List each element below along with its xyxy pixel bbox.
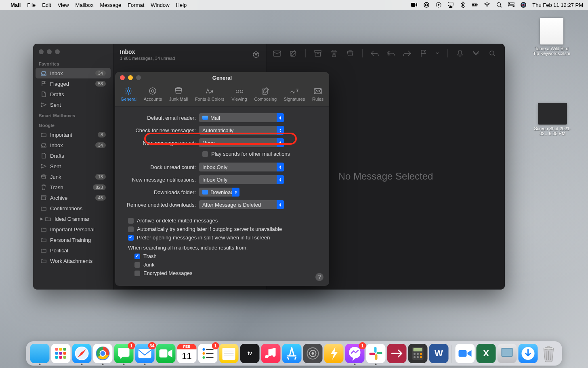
play-other-checkbox-row[interactable]: Play sounds for other mail actions xyxy=(202,151,322,157)
dock-safari[interactable] xyxy=(72,344,92,363)
bluetooth-icon[interactable] xyxy=(460,2,466,8)
chevron-right-icon[interactable]: ▶ xyxy=(40,217,43,221)
trash-checkbox[interactable] xyxy=(134,254,140,259)
junk-checkbox-row[interactable]: Junk xyxy=(134,262,322,268)
help-button[interactable]: ? xyxy=(315,273,323,281)
siri-icon[interactable] xyxy=(520,2,527,8)
airplay-icon[interactable] xyxy=(447,2,454,8)
sidebar-item-sent[interactable]: Sent xyxy=(36,99,111,110)
prefs-tab-rules[interactable]: Rules xyxy=(310,85,326,103)
wifi-icon[interactable] xyxy=(484,2,490,8)
sidebar-item-google-drafts[interactable]: Drafts xyxy=(36,150,111,161)
desktop-file-screenshot[interactable]: Screen Shot 2021-02…6.35 PM xyxy=(532,103,573,136)
battery-icon[interactable] xyxy=(472,2,478,8)
dock-trash[interactable] xyxy=(540,344,558,363)
encrypted-checkbox[interactable] xyxy=(134,271,140,276)
chevron-down-icon[interactable] xyxy=(435,49,439,57)
sidebar-item-important-personal[interactable]: Important Personal xyxy=(36,224,111,235)
archive-muted-checkbox[interactable] xyxy=(128,218,134,224)
reply-all-icon[interactable] xyxy=(387,49,395,57)
downloads-select[interactable]: Downloads▲▼ xyxy=(199,188,239,197)
sidebar-item-google-sent[interactable]: Sent xyxy=(36,161,111,171)
flag-icon[interactable] xyxy=(419,49,427,57)
notifications-select[interactable]: Inbox Only▲▼ xyxy=(199,175,284,184)
menubar-clock[interactable]: Thu Feb 11 12:27 PM xyxy=(532,2,583,8)
prefs-tab-junk[interactable]: Junk Mail xyxy=(167,85,190,103)
play-other-checkbox[interactable] xyxy=(202,151,208,157)
menu-format[interactable]: Format xyxy=(128,2,144,8)
sidebar-item-political[interactable]: Political xyxy=(36,245,111,256)
menu-edit[interactable]: Edit xyxy=(42,2,51,8)
minimize-button[interactable] xyxy=(128,75,133,80)
prefs-tab-general[interactable]: General xyxy=(118,85,139,103)
prefs-tab-fonts[interactable]: Fonts & Colors xyxy=(193,85,227,103)
sidebar-item-important[interactable]: Important 8 xyxy=(36,129,111,140)
sidebar-item-archive[interactable]: Archive 45 xyxy=(36,192,111,203)
sidebar-item-inbox[interactable]: Inbox 34 xyxy=(36,68,111,78)
creative-cloud-icon[interactable] xyxy=(423,2,430,8)
dock-appstore[interactable] xyxy=(282,344,302,363)
dock-unread-select[interactable]: Inbox Only▲▼ xyxy=(199,163,284,171)
sidebar-item-flagged[interactable]: Flagged 58 xyxy=(36,78,111,89)
auto-retry-checkbox-row[interactable]: Automatically try sending later if outgo… xyxy=(128,226,322,232)
auto-retry-checkbox[interactable] xyxy=(128,226,134,232)
dock-excel[interactable]: X xyxy=(477,344,496,363)
filter-icon[interactable] xyxy=(252,51,260,58)
sidebar-item-work-attachments[interactable]: Work Attachments xyxy=(36,256,111,266)
default-reader-select[interactable]: Mail▲▼ xyxy=(199,113,284,122)
dock-messenger[interactable]: 1 xyxy=(345,344,365,363)
junk-icon[interactable] xyxy=(346,49,354,57)
dock-launchpad[interactable] xyxy=(51,344,71,363)
dock-zoom[interactable] xyxy=(456,344,475,363)
more-icon[interactable] xyxy=(472,49,480,57)
play-icon[interactable] xyxy=(435,2,442,8)
prefs-tab-composing[interactable]: Composing xyxy=(252,85,279,103)
new-sound-select[interactable]: None▲▼ xyxy=(199,138,284,147)
sidebar-item-personal-training[interactable]: Personal Training xyxy=(36,235,111,245)
menu-view[interactable]: View xyxy=(58,2,69,8)
menu-file[interactable]: File xyxy=(27,2,36,8)
prefs-tab-viewing[interactable]: Viewing xyxy=(229,85,249,103)
dock-word[interactable]: W xyxy=(429,344,449,363)
archive-icon[interactable] xyxy=(314,49,322,57)
junk-checkbox[interactable] xyxy=(134,262,140,268)
close-button[interactable] xyxy=(120,75,125,80)
menu-help[interactable]: Help xyxy=(176,2,187,8)
trash-icon[interactable] xyxy=(330,49,338,57)
sidebar-item-confirmations[interactable]: Confirmations xyxy=(36,203,111,214)
dock-appletv[interactable]: tv xyxy=(240,344,260,363)
app-name[interactable]: Mail xyxy=(10,2,21,8)
zoom-button[interactable] xyxy=(136,75,141,80)
envelope-icon[interactable] xyxy=(273,49,281,57)
menu-mailbox[interactable]: Mailbox xyxy=(76,2,94,8)
dock-downloads[interactable] xyxy=(519,344,538,363)
menu-window[interactable]: Window xyxy=(151,2,169,8)
prefs-tab-accounts[interactable]: Accounts xyxy=(141,85,164,103)
search-icon[interactable] xyxy=(488,49,496,57)
sidebar-item-junk[interactable]: Junk 13 xyxy=(36,171,111,182)
spotlight-icon[interactable] xyxy=(496,2,502,8)
dock-spark[interactable] xyxy=(324,344,344,363)
sidebar-item-google-inbox[interactable]: Inbox 34 xyxy=(36,140,111,150)
sidebar-item-ideal-grammar[interactable]: ▶ Ideal Grammar xyxy=(36,214,111,224)
dock-settings[interactable] xyxy=(303,344,323,363)
dock-slack[interactable] xyxy=(366,344,386,363)
dock-messages[interactable]: 1 xyxy=(114,344,134,363)
prefs-traffic-lights[interactable] xyxy=(120,75,141,80)
facetime-icon[interactable] xyxy=(411,2,418,8)
split-view-checkbox-row[interactable]: Prefer opening messages in split view wh… xyxy=(128,235,322,241)
sidebar-item-trash[interactable]: Trash 823 xyxy=(36,182,111,192)
dock-calculator[interactable] xyxy=(408,344,428,363)
encrypted-checkbox-row[interactable]: Encrypted Messages xyxy=(134,270,322,276)
forward-icon[interactable] xyxy=(403,49,411,57)
dock-reminders[interactable]: 1 xyxy=(198,344,218,363)
control-center-icon[interactable] xyxy=(508,2,514,8)
menu-message[interactable]: Message xyxy=(100,2,121,8)
archive-muted-checkbox-row[interactable]: Archive or delete muted messages xyxy=(128,218,322,224)
dock-mail[interactable]: 34 xyxy=(135,344,155,363)
dock-calendar[interactable]: FEB11 xyxy=(177,344,197,363)
compose-icon[interactable] xyxy=(289,49,297,57)
dock-chrome[interactable] xyxy=(93,344,113,363)
dock-facetime[interactable] xyxy=(156,344,176,363)
prefs-titlebar[interactable]: General xyxy=(115,72,329,83)
